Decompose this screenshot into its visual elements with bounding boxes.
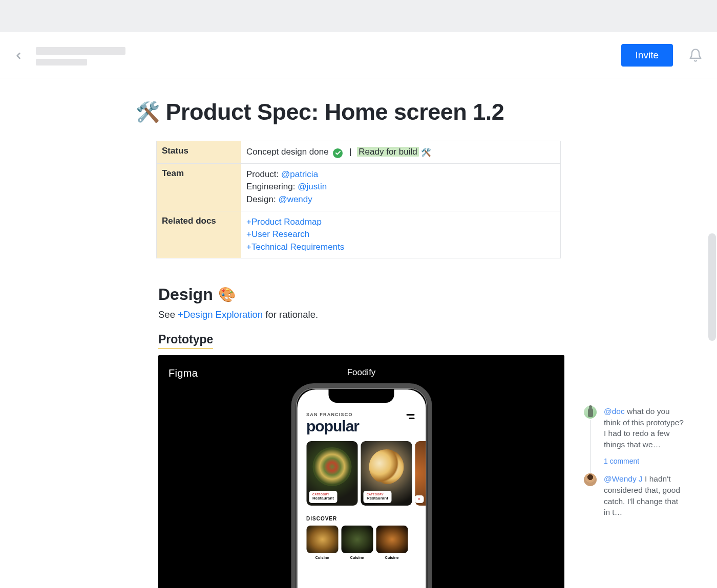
table-row: Related docs Product Roadmap User Resear… <box>157 211 561 258</box>
card-badge: CATEGORY Restaurant <box>309 491 338 503</box>
skeleton-line <box>36 59 87 66</box>
discover-row: Cuisine Cuisine Cuisine <box>306 526 416 560</box>
status-text-1: Concept design done <box>246 147 329 157</box>
popular-heading: popular <box>306 418 416 435</box>
location-label: SAN FRANCISCO <box>306 412 416 417</box>
bell-icon[interactable] <box>688 48 703 62</box>
team-label: Team <box>157 163 241 211</box>
phone-screen: SAN FRANCISCO popular CATEGORY Restauran… <box>297 389 426 588</box>
discover-caption: Cuisine <box>385 555 398 560</box>
hamburger-icon[interactable] <box>406 414 414 419</box>
tools-icon: 🛠️ <box>421 148 431 157</box>
avatar <box>584 473 597 486</box>
table-row: Team Product: @patricia Engineering: @ju… <box>157 163 561 211</box>
doclink-user-research[interactable]: User Research <box>246 229 309 239</box>
figma-logo: Figma <box>168 367 198 379</box>
team-design-prefix: Design: <box>246 194 278 204</box>
popular-cards-row: CATEGORY Restaurant CATEGORY Restaurant <box>306 441 416 506</box>
mention-wendy[interactable]: @wendy <box>278 194 312 204</box>
card-name: Restaurant <box>367 496 388 500</box>
status-text-2: Ready for build <box>357 147 418 157</box>
team-eng-prefix: Engineering: <box>246 182 298 191</box>
document-title: 🛠️ Product Spec: Home screen 1.2 <box>136 99 545 125</box>
comment-item[interactable]: @doc what do you think of this prototype… <box>584 406 686 450</box>
status-cell: Concept design done | Ready for build 🛠️ <box>241 141 561 164</box>
food-card[interactable]: CATEGORY Restaurant <box>306 441 357 506</box>
mention-justin[interactable]: @justin <box>298 182 327 191</box>
status-separator: | <box>349 147 351 157</box>
discover-thumb <box>341 526 373 553</box>
back-chevron-icon[interactable] <box>13 51 24 61</box>
invite-button[interactable]: Invite <box>621 44 673 67</box>
figma-file-title: Foodify <box>347 367 376 378</box>
discover-item[interactable]: Cuisine <box>306 526 338 560</box>
discover-item[interactable]: Cuisine <box>376 526 408 560</box>
design-heading: Design 🎨 <box>158 285 545 304</box>
top-grey-bar <box>0 0 717 32</box>
card-badge: R <box>415 495 424 503</box>
related-docs-label: Related docs <box>157 211 241 258</box>
palette-icon: 🎨 <box>218 286 236 303</box>
comment-count[interactable]: 1 comment <box>604 456 686 467</box>
related-docs-cell: Product Roadmap User Research Technical … <box>241 211 561 258</box>
food-card[interactable]: R <box>415 441 426 506</box>
breadcrumb-skeleton <box>36 47 125 66</box>
team-cell: Product: @patricia Engineering: @justin … <box>241 163 561 211</box>
mention-doc[interactable]: @doc <box>604 407 625 416</box>
doclink-design-exploration[interactable]: Design Exploration <box>178 309 263 320</box>
discover-thumb <box>376 526 408 553</box>
design-paragraph: See Design Exploration for rationale. <box>158 309 545 320</box>
team-product-prefix: Product: <box>246 169 281 179</box>
phone-notch <box>329 389 394 403</box>
card-category: R <box>418 497 420 500</box>
design-heading-text: Design <box>158 285 213 304</box>
table-row: Status Concept design done | Ready for b… <box>157 141 561 164</box>
scrollbar-thumb[interactable] <box>708 233 716 341</box>
status-label: Status <box>157 141 241 164</box>
card-name: Restaurant <box>312 496 334 500</box>
mention-patricia[interactable]: @patricia <box>281 169 318 179</box>
skeleton-line <box>36 47 125 55</box>
figma-embed[interactable]: Figma Foodify SAN FRANCISCO popular <box>158 355 564 588</box>
discover-item[interactable]: Cuisine <box>341 526 373 560</box>
document-title-text: Product Spec: Home screen 1.2 <box>166 99 504 125</box>
discover-caption: Cuisine <box>315 555 329 560</box>
comment-text: @Wendy J I hadn't considered that, good … <box>604 473 686 518</box>
comments-column: @doc what do you think of this prototype… <box>584 406 686 518</box>
comment-item[interactable]: @Wendy J I hadn't considered that, good … <box>584 473 686 518</box>
food-card[interactable]: CATEGORY Restaurant <box>361 441 412 506</box>
doclink-product-roadmap[interactable]: Product Roadmap <box>246 217 322 227</box>
avatar <box>584 406 597 419</box>
design-para-prefix: See <box>158 309 178 320</box>
discover-caption: Cuisine <box>350 555 364 560</box>
phone-frame: SAN FRANCISCO popular CATEGORY Restauran… <box>291 383 432 588</box>
card-badge: CATEGORY Restaurant <box>363 491 392 503</box>
prototype-heading: Prototype <box>158 333 213 349</box>
doclink-technical-requirements[interactable]: Technical Requirements <box>246 242 344 252</box>
header-right: Invite <box>621 44 703 67</box>
check-circle-icon <box>333 148 343 158</box>
tools-icon: 🛠️ <box>136 102 160 122</box>
document-content: 🛠️ Product Spec: Home screen 1.2 Status … <box>136 99 545 588</box>
app-header: Invite <box>0 32 717 78</box>
design-para-suffix: for rationale. <box>263 309 318 320</box>
comment-text: @doc what do you think of this prototype… <box>604 406 686 450</box>
discover-thumb <box>306 526 338 553</box>
discover-label: DISCOVER <box>306 516 416 521</box>
document-area: 🛠️ Product Spec: Home screen 1.2 Status … <box>0 78 717 588</box>
info-table: Status Concept design done | Ready for b… <box>156 141 561 258</box>
mention-wendy-j[interactable]: @Wendy J <box>604 474 643 483</box>
